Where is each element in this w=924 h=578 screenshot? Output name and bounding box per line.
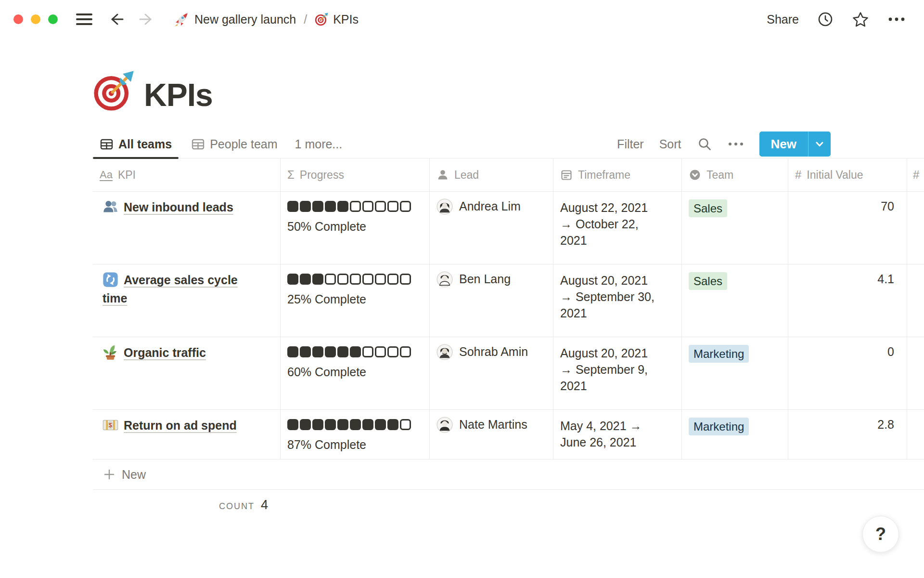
team-cell[interactable]: Sales [682, 264, 788, 337]
timeframe-cell[interactable]: August 22, 2021 → October 22, 2021 [553, 192, 682, 264]
avatar [436, 198, 453, 215]
progress-squares [287, 346, 423, 357]
table-row: Organic traffic 60% Complete Sohrab Amin… [93, 337, 924, 410]
column-header-initial-value[interactable]: # Initial Value [788, 158, 907, 191]
progress-cell[interactable]: 50% Complete [281, 192, 430, 264]
initial-value-cell[interactable]: 2.8 [788, 410, 907, 459]
column-header-timeframe[interactable]: Timeframe [553, 158, 682, 191]
number-icon: # [795, 169, 801, 181]
lead-name: Andrea Lim [459, 199, 521, 213]
view-tab-people-team[interactable]: People team [184, 130, 284, 158]
table-footer: COUNT 4 [93, 490, 281, 512]
kpi-cell[interactable]: Organic traffic [93, 337, 281, 409]
kpi-cell[interactable]: $ Return on ad spend [93, 410, 281, 459]
notion-window: { "topbar": { "breadcrumb": { "items": [… [0, 0, 924, 578]
sidebar-menu-icon[interactable] [76, 13, 92, 25]
updates-clock-icon[interactable] [817, 11, 834, 27]
target-emoji [315, 13, 328, 26]
column-header-lead[interactable]: Lead [430, 158, 553, 191]
team-cell[interactable]: Marketing [682, 337, 788, 409]
column-header-kpi[interactable]: Aa KPI [93, 158, 281, 191]
breadcrumb: New gallery launch / KPIs [174, 12, 359, 27]
empty-cell[interactable] [907, 264, 924, 337]
lead-name: Sohrab Amin [459, 345, 528, 359]
kpi-cell[interactable]: Average sales cycle time [93, 264, 281, 337]
team-cell[interactable]: Sales [682, 192, 788, 264]
table-view-icon [100, 137, 114, 151]
busts-emoji [103, 199, 118, 215]
team-cell[interactable]: Marketing [682, 410, 788, 459]
kpi-page-link[interactable]: New inbound leads [124, 200, 233, 214]
empty-cell[interactable] [907, 337, 924, 409]
progress-squares [287, 274, 423, 285]
lead-cell[interactable]: Andrea Lim [430, 192, 553, 264]
avatar [436, 417, 453, 433]
table-view-icon [191, 137, 205, 151]
more-views-link[interactable]: 1 more... [295, 137, 343, 151]
new-record-dropdown[interactable] [808, 131, 831, 157]
lead-cell[interactable]: Nate Martins [430, 410, 553, 459]
text-icon: Aa [100, 170, 113, 180]
rocket-emoji [174, 12, 190, 27]
progress-cell[interactable]: 60% Complete [281, 337, 430, 409]
kpi-page-link[interactable]: Return on ad spend [124, 419, 237, 432]
add-row-button[interactable]: New [93, 460, 924, 490]
team-badge: Marketing [689, 345, 749, 363]
column-header-progress[interactable]: Σ Progress [281, 158, 430, 191]
zoom-window-button[interactable] [48, 14, 58, 24]
count-value: 4 [261, 498, 268, 512]
table-row: New inbound leads 50% Complete Andrea Li… [93, 192, 924, 264]
close-window-button[interactable] [13, 14, 23, 24]
sort-button[interactable]: Sort [659, 137, 681, 151]
progress-label: 25% Complete [287, 292, 423, 306]
column-header-team[interactable]: Team [682, 158, 788, 191]
view-options-icon[interactable] [728, 142, 744, 146]
page-title[interactable]: KPIs [144, 79, 213, 112]
column-header-partial[interactable]: # # [907, 158, 924, 191]
help-button[interactable]: ? [862, 516, 899, 552]
search-icon[interactable] [697, 136, 712, 152]
breadcrumb-item-current[interactable]: KPIs [315, 13, 359, 26]
progress-label: 50% Complete [287, 220, 423, 234]
select-icon [689, 169, 701, 181]
kpi-page-link[interactable]: Average sales cycle time [103, 273, 238, 305]
kpi-cell[interactable]: New inbound leads [93, 192, 281, 264]
traffic-lights [13, 14, 58, 24]
timeframe-cell[interactable]: August 20, 2021 → September 9, 2021 [553, 337, 682, 409]
lead-cell[interactable]: Sohrab Amin [430, 337, 553, 409]
initial-value-cell[interactable]: 0 [788, 337, 907, 409]
more-options-icon[interactable] [887, 16, 906, 22]
empty-cell[interactable] [907, 410, 924, 459]
back-arrow-icon[interactable] [108, 11, 125, 28]
initial-value-cell[interactable]: 70 [788, 192, 907, 264]
initial-value-cell[interactable]: 4.1 [788, 264, 907, 337]
new-record-button[interactable]: New [759, 131, 831, 157]
view-tab-label: All teams [118, 137, 172, 151]
page-header: KPIs [93, 70, 924, 112]
timeframe-cell[interactable]: May 4, 2021 → June 26, 2021 [553, 410, 682, 459]
share-button[interactable]: Share [767, 13, 799, 26]
minimize-window-button[interactable] [31, 14, 40, 24]
view-tab-all-teams[interactable]: All teams [93, 130, 179, 158]
target-emoji[interactable] [93, 70, 134, 112]
forward-arrow-icon[interactable] [138, 11, 155, 28]
lead-cell[interactable]: Ben Lang [430, 264, 553, 337]
lead-name: Nate Martins [459, 418, 527, 432]
count-label[interactable]: COUNT [219, 501, 255, 512]
filter-button[interactable]: Filter [617, 137, 644, 151]
progress-cell[interactable]: 87% Complete [281, 410, 430, 459]
favorite-star-icon[interactable] [852, 11, 869, 28]
progress-cell[interactable]: 25% Complete [281, 264, 430, 337]
kpi-page-link[interactable]: Organic traffic [124, 346, 206, 359]
team-badge: Sales [689, 199, 727, 217]
timeframe-cell[interactable]: August 20, 2021 → September 30, 2021 [553, 264, 682, 337]
breadcrumb-separator: / [302, 13, 309, 26]
table-row: $ Return on ad spend 87% Complete Nate M… [93, 410, 924, 460]
number-icon: # [913, 169, 919, 181]
team-badge: Marketing [689, 418, 749, 435]
breadcrumb-item-parent[interactable]: New gallery launch [174, 12, 296, 27]
empty-cell[interactable] [907, 192, 924, 264]
breadcrumb-label: KPIs [333, 13, 359, 26]
arrows-emoji [103, 272, 118, 288]
add-row-label: New [122, 468, 146, 482]
